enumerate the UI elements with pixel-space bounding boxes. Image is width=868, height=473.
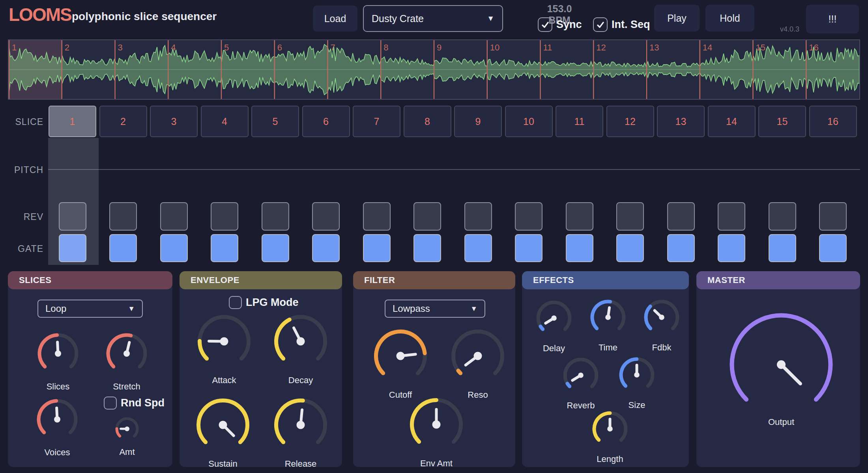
filter-type-dropdown[interactable]: Lowpass ▼ <box>385 300 485 318</box>
knob-label-amt: Amt <box>119 447 135 457</box>
knob-reso[interactable] <box>447 326 508 388</box>
rev-step-14[interactable] <box>718 202 745 231</box>
play-button[interactable]: Play <box>654 5 700 32</box>
knob-label-length: Length <box>597 454 623 464</box>
rev-step-10[interactable] <box>515 202 542 231</box>
rev-step-12[interactable] <box>616 202 644 231</box>
knob-release[interactable] <box>270 395 331 457</box>
slice-button-14[interactable]: 14 <box>708 106 756 137</box>
rev-step-13[interactable] <box>667 202 695 231</box>
gate-step-3[interactable] <box>160 234 188 262</box>
sync-toggle[interactable]: Sync <box>538 17 582 32</box>
knob-slices[interactable] <box>34 330 82 379</box>
intseq-label: Int. Seq <box>612 19 650 31</box>
knob-size[interactable] <box>615 354 658 398</box>
rev-step-1[interactable] <box>59 202 86 231</box>
knob-fdbk[interactable] <box>640 296 683 340</box>
rev-step-6[interactable] <box>312 202 340 231</box>
knob-amt[interactable] <box>112 414 142 445</box>
chevron-down-icon: ▼ <box>128 305 135 313</box>
gate-step-10[interactable] <box>515 234 542 262</box>
knob-label-voices: Voices <box>45 447 70 458</box>
slice-button-5[interactable]: 5 <box>251 106 299 137</box>
rev-step-4[interactable] <box>211 202 238 231</box>
load-button-label: Load <box>324 13 346 24</box>
gate-step-9[interactable] <box>464 234 492 262</box>
row-label-rev: REV <box>7 212 43 222</box>
slice-button-6[interactable]: 6 <box>302 106 350 137</box>
slice-button-8[interactable]: 8 <box>404 106 451 137</box>
rev-step-3[interactable] <box>160 202 188 231</box>
preset-dropdown[interactable]: Dusty Crate ▼ <box>363 5 503 32</box>
slice-button-7[interactable]: 7 <box>353 106 400 137</box>
rev-step-9[interactable] <box>464 202 492 231</box>
slice-button-3[interactable]: 3 <box>150 106 198 137</box>
lpg-mode-checkbox[interactable] <box>229 296 242 309</box>
slice-mode-dropdown[interactable]: Loop ▼ <box>37 300 143 318</box>
knob-label-stretch: Stretch <box>113 382 140 392</box>
gate-step-1[interactable] <box>59 234 86 262</box>
gate-step-15[interactable] <box>769 234 796 262</box>
slice-button-16[interactable]: 16 <box>809 106 857 137</box>
knob-sustain[interactable] <box>193 395 253 457</box>
gate-step-6[interactable] <box>312 234 340 262</box>
slice-button-11[interactable]: 11 <box>556 106 603 137</box>
hold-button-label: Hold <box>720 13 740 24</box>
rnd-spd-toggle[interactable]: Rnd Spd <box>104 397 165 410</box>
rnd-spd-checkbox[interactable] <box>104 397 117 410</box>
slice-button-1[interactable]: 1 <box>49 106 96 137</box>
knob-cutoff[interactable] <box>370 326 431 388</box>
knob-envamt[interactable] <box>406 394 467 456</box>
slice-button-2[interactable]: 2 <box>99 106 147 137</box>
app-subtitle: polyphonic slice sequencer <box>72 10 217 23</box>
gate-step-11[interactable] <box>566 234 593 262</box>
rev-step-2[interactable] <box>109 202 137 231</box>
pitch-zero-line[interactable] <box>48 169 860 170</box>
lpg-mode-toggle[interactable]: LPG Mode <box>229 296 299 309</box>
gate-step-2[interactable] <box>109 234 137 262</box>
slice-marker-number: 2 <box>65 43 69 52</box>
knob-decay[interactable] <box>270 311 331 373</box>
knob-output[interactable] <box>726 309 837 422</box>
knob-stretch[interactable] <box>103 330 151 379</box>
slice-marker-number: 5 <box>224 43 229 52</box>
sync-checkbox[interactable] <box>538 17 552 32</box>
slice-button-9[interactable]: 9 <box>454 106 502 137</box>
knob-delay[interactable] <box>533 297 575 341</box>
gate-step-5[interactable] <box>262 234 289 262</box>
knob-reverb[interactable] <box>559 354 602 398</box>
gate-step-14[interactable] <box>718 234 745 262</box>
rev-step-8[interactable] <box>413 202 441 231</box>
knob-length[interactable] <box>589 408 631 452</box>
intseq-toggle[interactable]: Int. Seq <box>593 17 650 32</box>
slice-button-12[interactable]: 12 <box>606 106 654 137</box>
rev-step-5[interactable] <box>262 202 289 231</box>
knob-label-decay: Decay <box>288 375 313 385</box>
hold-button[interactable]: Hold <box>705 5 754 32</box>
slice-marker-number: 6 <box>277 43 282 52</box>
load-button[interactable]: Load <box>313 6 357 32</box>
knob-label-sustain: Sustain <box>208 459 237 469</box>
waveform-display[interactable]: 12345678910111213141516 <box>8 39 860 100</box>
intseq-checkbox[interactable] <box>593 17 608 32</box>
slice-button-13[interactable]: 13 <box>657 106 705 137</box>
gate-step-8[interactable] <box>413 234 441 262</box>
slice-button-10[interactable]: 10 <box>505 106 553 137</box>
slice-button-15[interactable]: 15 <box>758 106 806 137</box>
gate-step-7[interactable] <box>363 234 391 262</box>
rev-step-15[interactable] <box>769 202 796 231</box>
gate-step-12[interactable] <box>616 234 644 262</box>
slice-button-4[interactable]: 4 <box>201 106 249 137</box>
panic-button[interactable]: !!! <box>806 5 859 34</box>
knob-attack[interactable] <box>194 311 254 373</box>
knob-voices[interactable] <box>33 395 81 445</box>
row-label-slice: SLICE <box>7 117 43 127</box>
envelope-panel-header: ENVELOPE <box>180 271 342 289</box>
gate-step-4[interactable] <box>211 234 238 262</box>
rev-step-7[interactable] <box>363 202 391 231</box>
gate-step-16[interactable] <box>819 234 847 262</box>
rev-step-16[interactable] <box>819 202 847 231</box>
gate-step-13[interactable] <box>667 234 695 262</box>
rev-step-11[interactable] <box>566 202 593 231</box>
knob-time[interactable] <box>587 296 629 340</box>
